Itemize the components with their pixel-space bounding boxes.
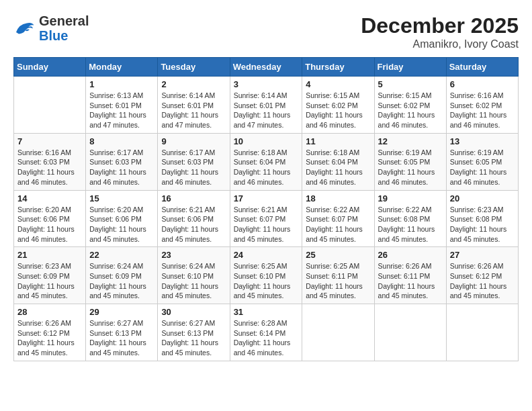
- calendar-cell: 31Sunrise: 6:28 AM Sunset: 6:14 PM Dayli…: [230, 304, 302, 361]
- calendar-header-wednesday: Wednesday: [230, 58, 302, 77]
- day-number: 30: [161, 307, 226, 317]
- calendar-cell: 24Sunrise: 6:25 AM Sunset: 6:10 PM Dayli…: [230, 247, 302, 304]
- calendar-cell: 30Sunrise: 6:27 AM Sunset: 6:13 PM Dayli…: [158, 304, 230, 361]
- day-number: 31: [234, 307, 299, 317]
- day-info: Sunrise: 6:13 AM Sunset: 6:01 PM Dayligh…: [89, 91, 154, 130]
- day-number: 1: [89, 79, 154, 89]
- calendar-cell: 8Sunrise: 6:17 AM Sunset: 6:03 PM Daylig…: [86, 133, 158, 190]
- day-number: 9: [161, 136, 226, 146]
- calendar-cell: 11Sunrise: 6:18 AM Sunset: 6:04 PM Dayli…: [302, 133, 374, 190]
- calendar-cell: 22Sunrise: 6:24 AM Sunset: 6:09 PM Dayli…: [86, 247, 158, 304]
- logo-text-block: General Blue: [39, 13, 89, 43]
- day-number: 8: [89, 136, 154, 146]
- calendar-cell: 10Sunrise: 6:18 AM Sunset: 6:04 PM Dayli…: [230, 133, 302, 190]
- day-info: Sunrise: 6:17 AM Sunset: 6:03 PM Dayligh…: [161, 148, 226, 187]
- day-info: Sunrise: 6:27 AM Sunset: 6:13 PM Dayligh…: [89, 318, 154, 358]
- day-info: Sunrise: 6:22 AM Sunset: 6:07 PM Dayligh…: [306, 205, 370, 244]
- calendar-header-sunday: Sunday: [14, 58, 86, 77]
- calendar-cell: 28Sunrise: 6:26 AM Sunset: 6:12 PM Dayli…: [14, 304, 86, 361]
- day-info: Sunrise: 6:20 AM Sunset: 6:06 PM Dayligh…: [89, 205, 154, 244]
- calendar-cell: 17Sunrise: 6:21 AM Sunset: 6:07 PM Dayli…: [230, 190, 302, 247]
- day-info: Sunrise: 6:23 AM Sunset: 6:08 PM Dayligh…: [450, 205, 515, 244]
- calendar-cell: 23Sunrise: 6:24 AM Sunset: 6:10 PM Dayli…: [158, 247, 230, 304]
- day-number: 2: [161, 79, 226, 89]
- day-info: Sunrise: 6:24 AM Sunset: 6:10 PM Dayligh…: [161, 261, 226, 301]
- day-number: 3: [234, 79, 299, 89]
- day-info: Sunrise: 6:16 AM Sunset: 6:02 PM Dayligh…: [450, 91, 515, 130]
- calendar-cell: 6Sunrise: 6:16 AM Sunset: 6:02 PM Daylig…: [446, 77, 518, 134]
- day-info: Sunrise: 6:24 AM Sunset: 6:09 PM Dayligh…: [89, 261, 154, 301]
- day-info: Sunrise: 6:18 AM Sunset: 6:04 PM Dayligh…: [234, 148, 299, 187]
- day-number: 21: [17, 250, 82, 260]
- calendar-cell: [302, 304, 374, 361]
- calendar-header-thursday: Thursday: [302, 58, 374, 77]
- calendar-cell: [446, 304, 518, 361]
- calendar-cell: 20Sunrise: 6:23 AM Sunset: 6:08 PM Dayli…: [446, 190, 518, 247]
- page-header: General Blue December 2025 Amanikro, Ivo…: [13, 13, 519, 50]
- day-number: 5: [378, 79, 443, 89]
- day-number: 14: [17, 193, 82, 203]
- calendar-cell: 29Sunrise: 6:27 AM Sunset: 6:13 PM Dayli…: [86, 304, 158, 361]
- logo: General Blue: [13, 13, 89, 43]
- day-info: Sunrise: 6:25 AM Sunset: 6:10 PM Dayligh…: [234, 261, 299, 301]
- calendar-cell: 12Sunrise: 6:19 AM Sunset: 6:05 PM Dayli…: [374, 133, 446, 190]
- page-subtitle: Amanikro, Ivory Coast: [361, 38, 519, 50]
- day-info: Sunrise: 6:15 AM Sunset: 6:02 PM Dayligh…: [306, 91, 370, 130]
- day-number: 29: [89, 307, 154, 317]
- day-info: Sunrise: 6:15 AM Sunset: 6:02 PM Dayligh…: [378, 91, 443, 130]
- day-number: 25: [306, 250, 370, 260]
- logo-line1: General: [39, 13, 89, 28]
- calendar-cell: 7Sunrise: 6:16 AM Sunset: 6:03 PM Daylig…: [14, 133, 86, 190]
- calendar-cell: 25Sunrise: 6:25 AM Sunset: 6:11 PM Dayli…: [302, 247, 374, 304]
- calendar-cell: 21Sunrise: 6:23 AM Sunset: 6:09 PM Dayli…: [14, 247, 86, 304]
- calendar-cell: 19Sunrise: 6:22 AM Sunset: 6:08 PM Dayli…: [374, 190, 446, 247]
- day-number: 28: [17, 307, 82, 317]
- calendar-table: SundayMondayTuesdayWednesdayThursdayFrid…: [13, 57, 519, 361]
- day-number: 10: [234, 136, 299, 146]
- calendar-cell: 26Sunrise: 6:26 AM Sunset: 6:11 PM Dayli…: [374, 247, 446, 304]
- calendar-cell: 2Sunrise: 6:14 AM Sunset: 6:01 PM Daylig…: [158, 77, 230, 134]
- calendar-cell: 4Sunrise: 6:15 AM Sunset: 6:02 PM Daylig…: [302, 77, 374, 134]
- calendar-cell: 15Sunrise: 6:20 AM Sunset: 6:06 PM Dayli…: [86, 190, 158, 247]
- day-info: Sunrise: 6:25 AM Sunset: 6:11 PM Dayligh…: [306, 261, 370, 301]
- day-number: 4: [306, 79, 370, 89]
- day-info: Sunrise: 6:20 AM Sunset: 6:06 PM Dayligh…: [17, 205, 82, 244]
- day-info: Sunrise: 6:28 AM Sunset: 6:14 PM Dayligh…: [234, 318, 299, 358]
- day-number: 22: [89, 250, 154, 260]
- day-info: Sunrise: 6:19 AM Sunset: 6:05 PM Dayligh…: [378, 148, 443, 187]
- calendar-cell: 5Sunrise: 6:15 AM Sunset: 6:02 PM Daylig…: [374, 77, 446, 134]
- calendar-cell: [14, 77, 86, 134]
- title-block: December 2025 Amanikro, Ivory Coast: [361, 13, 519, 50]
- day-info: Sunrise: 6:14 AM Sunset: 6:01 PM Dayligh…: [234, 91, 299, 130]
- calendar-cell: 9Sunrise: 6:17 AM Sunset: 6:03 PM Daylig…: [158, 133, 230, 190]
- calendar-week-row: 14Sunrise: 6:20 AM Sunset: 6:06 PM Dayli…: [14, 190, 519, 247]
- day-info: Sunrise: 6:27 AM Sunset: 6:13 PM Dayligh…: [161, 318, 226, 358]
- day-number: 12: [378, 136, 443, 146]
- calendar-week-row: 1Sunrise: 6:13 AM Sunset: 6:01 PM Daylig…: [14, 77, 519, 134]
- day-number: 20: [450, 193, 515, 203]
- day-info: Sunrise: 6:21 AM Sunset: 6:07 PM Dayligh…: [234, 205, 299, 244]
- day-number: 17: [234, 193, 299, 203]
- calendar-cell: 1Sunrise: 6:13 AM Sunset: 6:01 PM Daylig…: [86, 77, 158, 134]
- day-number: 16: [161, 193, 226, 203]
- day-number: 18: [306, 193, 370, 203]
- calendar-header-row: SundayMondayTuesdayWednesdayThursdayFrid…: [14, 58, 519, 77]
- calendar-week-row: 7Sunrise: 6:16 AM Sunset: 6:03 PM Daylig…: [14, 133, 519, 190]
- day-info: Sunrise: 6:26 AM Sunset: 6:12 PM Dayligh…: [17, 318, 82, 358]
- calendar-header-tuesday: Tuesday: [158, 58, 230, 77]
- day-info: Sunrise: 6:26 AM Sunset: 6:11 PM Dayligh…: [378, 261, 443, 301]
- logo-line2: Blue: [39, 28, 68, 43]
- calendar-cell: 27Sunrise: 6:26 AM Sunset: 6:12 PM Dayli…: [446, 247, 518, 304]
- day-number: 19: [378, 193, 443, 203]
- day-info: Sunrise: 6:23 AM Sunset: 6:09 PM Dayligh…: [17, 261, 82, 301]
- calendar-cell: 16Sunrise: 6:21 AM Sunset: 6:06 PM Dayli…: [158, 190, 230, 247]
- calendar-cell: 3Sunrise: 6:14 AM Sunset: 6:01 PM Daylig…: [230, 77, 302, 134]
- calendar-cell: 14Sunrise: 6:20 AM Sunset: 6:06 PM Dayli…: [14, 190, 86, 247]
- logo-icon: [13, 19, 35, 38]
- day-info: Sunrise: 6:16 AM Sunset: 6:03 PM Dayligh…: [17, 148, 82, 187]
- day-info: Sunrise: 6:19 AM Sunset: 6:05 PM Dayligh…: [450, 148, 515, 187]
- calendar-header-friday: Friday: [374, 58, 446, 77]
- page-title: December 2025: [361, 13, 519, 38]
- calendar-week-row: 21Sunrise: 6:23 AM Sunset: 6:09 PM Dayli…: [14, 247, 519, 304]
- calendar-week-row: 28Sunrise: 6:26 AM Sunset: 6:12 PM Dayli…: [14, 304, 519, 361]
